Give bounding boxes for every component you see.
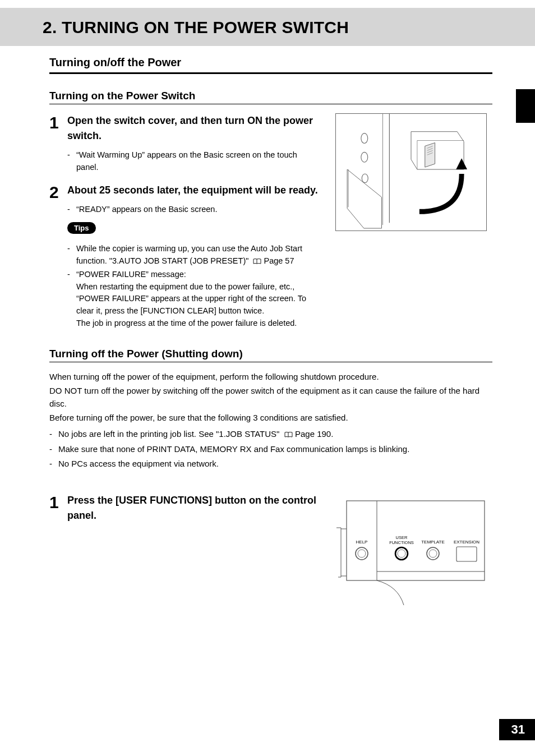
chapter-title-bar: 2. TURNING ON THE POWER SWITCH [0, 8, 535, 46]
figure-control-panel: HELP USER FUNCTIONS TEMPLATE EXTENSION [335, 484, 492, 605]
svg-point-21 [429, 550, 437, 557]
section-heading-turn-on: Turning on the Power Switch [49, 90, 492, 104]
list-item: - No PCs access the equipment via networ… [49, 457, 492, 471]
step-number: 1 [49, 493, 67, 511]
step-title: Open the switch cover, and then turn ON … [67, 113, 320, 144]
panel-label-extension: EXTENSION [454, 540, 479, 545]
list-item: - No jobs are left in the printing job l… [49, 427, 492, 442]
step-off-1: 1 Press the [USER FUNCTIONS] button on t… [49, 493, 320, 523]
list-item: - “READY” appears on the Basic screen. [67, 204, 320, 216]
panel-label-help: HELP [356, 540, 368, 545]
panel-label-template: TEMPLATE [421, 540, 445, 545]
svg-rect-0 [336, 114, 486, 231]
svg-point-16 [356, 547, 368, 560]
shutdown-intro: When turning off the power of the equipm… [49, 370, 492, 425]
book-icon [253, 256, 261, 269]
page-edge-tab [516, 89, 535, 123]
chapter-title: 2. TURNING ON THE POWER SWITCH [43, 18, 522, 37]
list-item: - “POWER FAILURE” message: When restarti… [67, 269, 320, 330]
shutdown-conditions: - No jobs are left in the printing job l… [49, 427, 492, 471]
svg-point-17 [358, 550, 366, 557]
tips-badge: Tips [67, 222, 96, 234]
svg-point-19 [398, 550, 405, 557]
step-number: 1 [49, 113, 67, 131]
step-title: Press the [USER FUNCTIONS] button on the… [67, 493, 320, 523]
list-item: - While the copier is warming up, you ca… [67, 243, 320, 269]
svg-point-18 [395, 547, 408, 560]
book-icon [284, 428, 293, 442]
figure-power-switch [335, 104, 492, 233]
list-item: - “Wait Warming Up” appears on the Basic… [67, 149, 320, 174]
svg-rect-22 [456, 547, 477, 561]
step-on-2: 2 About 25 seconds later, the equipment … [49, 183, 320, 330]
list-item: - Make sure that none of PRINT DATA, MEM… [49, 442, 492, 457]
step-on-1: 1 Open the switch cover, and then turn O… [49, 113, 320, 174]
section-heading-turn-off: Turning off the Power (Shutting down) [49, 348, 492, 362]
panel-label-user: USER [396, 535, 408, 540]
step-number: 2 [49, 183, 67, 201]
panel-label-functions: FUNCTIONS [389, 540, 414, 545]
svg-point-20 [427, 547, 439, 560]
section-heading-onoff: Turning on/off the Power [49, 56, 492, 74]
step-title: About 25 seconds later, the equipment wi… [67, 183, 320, 198]
page-number: 31 [499, 719, 535, 740]
